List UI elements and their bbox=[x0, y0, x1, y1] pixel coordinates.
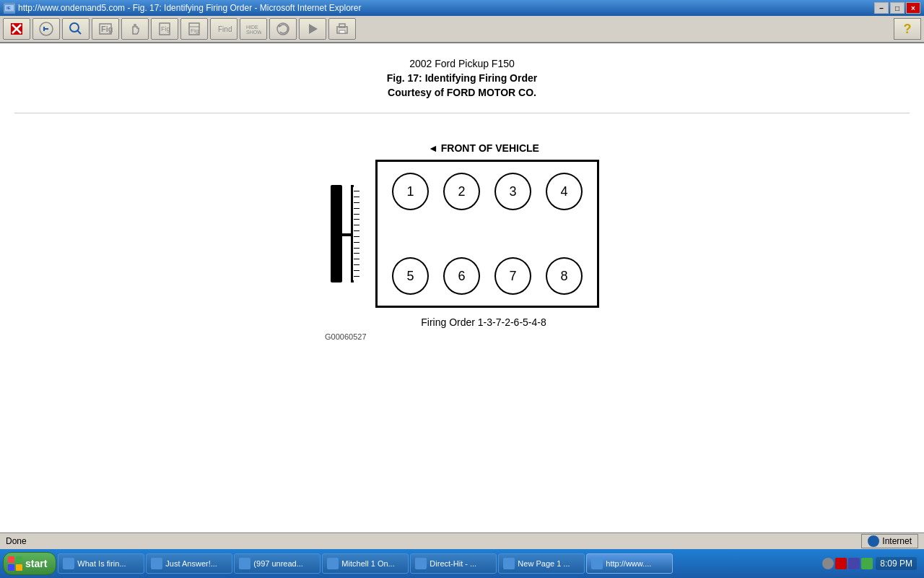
svg-text:Fig: Fig bbox=[191, 27, 199, 34]
svg-rect-25 bbox=[339, 30, 345, 33]
taskbar-item-icon-6 bbox=[503, 558, 515, 569]
taskbar: start What Is firin... Just Answer!... (… bbox=[0, 549, 924, 578]
status-bar: Done Internet bbox=[0, 532, 924, 549]
taskbar-item-label-1: What Is firin... bbox=[77, 559, 126, 568]
page-title-line2: Fig. 17: Identifying Firing Order bbox=[14, 72, 910, 84]
engine-block: 1 2 3 4 5 6 7 8 bbox=[375, 160, 599, 308]
logo-yellow bbox=[16, 564, 22, 571]
taskbar-item-label-2: Just Answer!... bbox=[165, 559, 217, 568]
system-tray bbox=[822, 558, 873, 569]
taskbar-item-4[interactable]: Mitchell 1 On... bbox=[322, 553, 409, 574]
taskbar-item-label-5: Direct-Hit - ... bbox=[430, 559, 476, 568]
firing-order-label: Firing Order 1-3-7-2-6-5-4-8 bbox=[368, 316, 599, 328]
engine-diagram: 1 2 3 4 5 6 7 8 bbox=[325, 160, 599, 308]
svg-text:Fig: Fig bbox=[101, 25, 113, 33]
close-toolbar-btn[interactable] bbox=[3, 18, 30, 40]
logo-blue bbox=[8, 564, 14, 571]
svg-text:SHOW: SHOW bbox=[246, 30, 261, 35]
cylinder-2: 2 bbox=[443, 173, 480, 210]
refresh-toolbar-btn[interactable] bbox=[269, 18, 297, 40]
taskbar-item-icon-5 bbox=[415, 558, 427, 569]
taskbar-item-3[interactable]: (997 unread... bbox=[234, 553, 321, 574]
tray-icon-4 bbox=[861, 558, 873, 569]
close-button[interactable]: × bbox=[906, 2, 920, 14]
taskbar-item-label-6: New Page 1 ... bbox=[518, 559, 570, 568]
taskbar-right: 8:09 PM bbox=[822, 557, 921, 570]
content-area: 2002 Ford Pickup F150 Fig. 17: Identifyi… bbox=[0, 43, 924, 532]
window-title: http://www.ondemand5.com - Fig. 17: Iden… bbox=[18, 3, 362, 13]
window-controls[interactable]: – □ × bbox=[874, 2, 920, 14]
print-toolbar-btn[interactable] bbox=[328, 18, 356, 40]
start-label: start bbox=[25, 558, 47, 569]
taskbar-item-icon-2 bbox=[151, 558, 162, 569]
front-of-vehicle-label: ◄ FRONT OF VEHICLE bbox=[368, 142, 599, 154]
clock: 8:09 PM bbox=[876, 557, 917, 570]
crankshaft-body bbox=[331, 185, 342, 282]
cylinder-3: 3 bbox=[494, 173, 531, 210]
search-toolbar-btn[interactable] bbox=[62, 18, 90, 40]
cylinder-row-top: 1 2 3 4 bbox=[392, 173, 583, 210]
image-toolbar-btn[interactable]: Fig bbox=[92, 18, 119, 40]
taskbar-item-5[interactable]: Direct-Hit - ... bbox=[410, 553, 497, 574]
taskbar-item-label-7: http://www.... bbox=[606, 559, 651, 568]
cylinder-4: 4 bbox=[546, 173, 583, 210]
taskbar-item-icon-7 bbox=[591, 558, 603, 569]
cylinder-5: 5 bbox=[392, 257, 429, 295]
svg-line-10 bbox=[77, 30, 81, 34]
taskbar-item-7[interactable]: http://www.... bbox=[586, 553, 673, 574]
taskbar-item-1[interactable]: What Is firin... bbox=[58, 553, 144, 574]
start-button[interactable]: start bbox=[3, 552, 56, 575]
taskbar-item-icon-4 bbox=[327, 558, 339, 569]
divider bbox=[14, 113, 910, 113]
page-title-line3: Courtesy of FORD MOTOR CO. bbox=[14, 87, 910, 98]
page-title-line1: 2002 Ford Pickup F150 bbox=[14, 58, 910, 69]
svg-text:Fig: Fig bbox=[161, 25, 170, 33]
status-zone: Internet bbox=[861, 534, 918, 548]
refresh2-toolbar-btn[interactable] bbox=[299, 18, 326, 40]
cylinder-8: 8 bbox=[546, 257, 583, 295]
tray-icon-1 bbox=[822, 558, 834, 569]
svg-text:HIDE: HIDE bbox=[246, 25, 258, 30]
zone-label: Internet bbox=[882, 536, 912, 546]
logo-red bbox=[8, 556, 14, 563]
title-bar: IE http://www.ondemand5.com - Fig. 17: I… bbox=[0, 0, 924, 16]
svg-text:Find: Find bbox=[218, 25, 232, 33]
taskbar-item-icon-3 bbox=[239, 558, 250, 569]
svg-text:IE: IE bbox=[6, 6, 11, 10]
part-number-label: G00060527 bbox=[325, 332, 599, 341]
taskbar-item-6[interactable]: New Page 1 ... bbox=[498, 553, 585, 574]
taskbar-item-label-3: (997 unread... bbox=[253, 559, 303, 568]
taskbar-item-icon-1 bbox=[63, 558, 74, 569]
svg-rect-24 bbox=[339, 24, 345, 27]
tray-icon-3 bbox=[848, 558, 860, 569]
back-toolbar-btn[interactable] bbox=[32, 18, 60, 40]
cylinder-row-bottom: 5 6 7 8 bbox=[392, 257, 583, 295]
app-icon: IE bbox=[4, 2, 15, 14]
cylinder-7: 7 bbox=[494, 257, 531, 295]
tick-marks bbox=[354, 189, 367, 279]
status-text: Done bbox=[6, 536, 861, 546]
minimize-button[interactable]: – bbox=[874, 2, 889, 14]
taskbar-item-2[interactable]: Just Answer!... bbox=[146, 553, 232, 574]
hand-toolbar-btn[interactable] bbox=[121, 18, 149, 40]
help-button[interactable]: ? bbox=[894, 18, 921, 40]
crankshaft-shaft bbox=[342, 233, 351, 236]
toolbar: Fig Fig Fig Find HIDE SHOW bbox=[0, 16, 924, 43]
tray-icon-2 bbox=[835, 558, 847, 569]
firing-order-diagram: ◄ FRONT OF VEHICLE bbox=[325, 142, 599, 341]
fig2-toolbar-btn[interactable]: Fig bbox=[180, 18, 208, 40]
cylinder-1: 1 bbox=[392, 173, 429, 210]
maximize-button[interactable]: □ bbox=[890, 2, 905, 14]
windows-logo bbox=[8, 556, 22, 571]
globe-icon bbox=[868, 535, 879, 547]
find-toolbar-btn[interactable]: Find bbox=[210, 18, 237, 40]
cylinder-6: 6 bbox=[443, 257, 480, 295]
taskbar-item-label-4: Mitchell 1 On... bbox=[341, 559, 394, 568]
hideshow-toolbar-btn[interactable]: HIDE SHOW bbox=[240, 18, 267, 40]
logo-green bbox=[16, 556, 22, 563]
fig-toolbar-btn[interactable]: Fig bbox=[151, 18, 178, 40]
engine-center bbox=[392, 221, 583, 257]
